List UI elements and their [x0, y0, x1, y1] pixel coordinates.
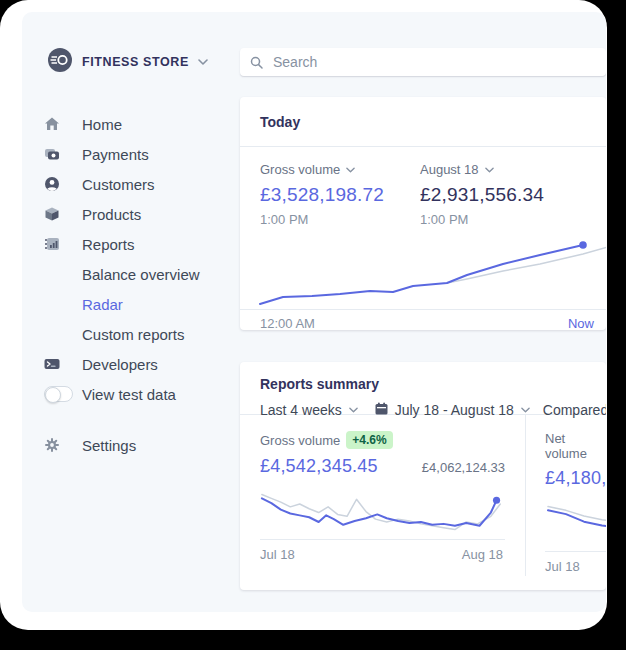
x-axis-start-label: Jul 18: [260, 547, 295, 562]
card-title: Today: [260, 114, 300, 130]
date-selector[interactable]: August 18: [420, 162, 580, 177]
metric-label: Gross volume: [260, 162, 340, 177]
payments-icon: [44, 146, 60, 162]
reports-summary-card: Reports summary Last 4 weeks July 18 - A…: [240, 362, 606, 590]
compare-date-metric: August 18 £2,931,556.34 1:00 PM: [420, 162, 580, 227]
section-label: Net volume: [545, 431, 606, 461]
search-input[interactable]: [271, 53, 606, 71]
search-bar[interactable]: [240, 48, 606, 76]
net-volume-chart: [545, 499, 606, 551]
view-test-data-toggle[interactable]: View test data: [44, 379, 240, 409]
sidebar-item-label: Products: [82, 206, 141, 223]
chevron-down-icon: [521, 407, 530, 413]
store-logo-icon: [48, 48, 72, 76]
sidebar-item-label: Developers: [82, 356, 158, 373]
metric-time: 1:00 PM: [260, 212, 420, 227]
gross-volume-metric: Gross volume £3,528,198.72 1:00 PM: [260, 162, 420, 227]
chevron-down-icon: [485, 167, 494, 173]
metric-value: £3,528,198.72: [260, 184, 420, 206]
toggle-label: View test data: [82, 386, 176, 403]
sidebar-item-label: Balance overview: [82, 266, 200, 283]
account-switcher[interactable]: FITNESS STORE: [48, 50, 240, 74]
home-icon: [44, 116, 60, 132]
reports-icon: [44, 236, 60, 252]
sidebar-item-balance-overview[interactable]: Balance overview: [44, 259, 240, 289]
search-icon: [250, 56, 263, 69]
sidebar-item-label: Custom reports: [82, 326, 185, 343]
gross-volume-section: Gross volume +4.6% £4,542,345.45 £4,062,…: [240, 415, 526, 576]
metric-label: August 18: [420, 162, 479, 177]
sidebar-item-label: Customers: [82, 176, 155, 193]
net-chart-svg: [545, 499, 606, 551]
sidebar-item-label: Payments: [82, 146, 149, 163]
section-compare-value: £4,062,124.33: [422, 460, 505, 475]
today-chart-svg: [240, 233, 606, 309]
sidebar-item-reports[interactable]: Reports: [44, 229, 240, 259]
gross-chart-svg: [260, 487, 506, 539]
x-axis-start-label: 12:00 AM: [260, 316, 315, 330]
x-axis-start-label: Jul 18: [545, 559, 580, 574]
sidebar-item-radar[interactable]: Radar: [44, 289, 240, 319]
sidebar-item-customers[interactable]: Customers: [44, 169, 240, 199]
card-title: Reports summary: [260, 376, 379, 392]
sidebar-item-products[interactable]: Products: [44, 199, 240, 229]
toggle-switch-icon[interactable]: [44, 386, 73, 402]
gear-icon: [44, 437, 60, 453]
chevron-down-icon: [198, 59, 208, 65]
sidebar-item-developers[interactable]: Developers: [44, 349, 240, 379]
metric-value: £2,931,556.34: [420, 184, 580, 206]
customers-icon: [44, 176, 60, 192]
growth-badge: +4.6%: [346, 431, 392, 449]
today-card-header: Today: [240, 97, 606, 147]
sidebar-item-settings[interactable]: Settings: [44, 430, 240, 460]
sidebar-item-payments[interactable]: Payments: [44, 139, 240, 169]
demo-page-background: FITNESS STORE Home Pa: [0, 0, 607, 630]
metric-selector[interactable]: Gross volume: [260, 162, 420, 177]
metric-time: 1:00 PM: [420, 212, 580, 227]
sidebar-item-custom-reports[interactable]: Custom reports: [44, 319, 240, 349]
sidebar: FITNESS STORE Home Pa: [44, 50, 240, 460]
store-name: FITNESS STORE: [82, 55, 189, 69]
products-icon: [44, 206, 60, 222]
dashboard-panel: FITNESS STORE Home Pa: [22, 12, 606, 612]
today-card: Today Gross volume £3,528,198.72 1:00 PM…: [240, 97, 606, 330]
sidebar-item-label: Reports: [82, 236, 135, 253]
chevron-down-icon: [349, 407, 358, 413]
sidebar-item-label: Settings: [82, 437, 136, 454]
section-value: £4,542,345.45: [260, 456, 378, 477]
sidebar-item-home[interactable]: Home: [44, 109, 240, 139]
sidebar-item-label: Home: [82, 116, 122, 133]
sidebar-item-label: Radar: [82, 296, 123, 313]
developers-icon: [44, 356, 60, 372]
x-axis-now-label[interactable]: Now: [568, 316, 594, 330]
section-label: Gross volume: [260, 433, 340, 448]
chevron-down-icon: [346, 167, 355, 173]
net-volume-section: Net volume £4,180,3 Jul 18: [526, 415, 606, 576]
section-value: £4,180,3: [545, 468, 606, 489]
x-axis-end-label: Aug 18: [462, 547, 503, 562]
today-chart: [240, 233, 606, 309]
gross-volume-chart: [260, 487, 505, 539]
reports-card-header: Reports summary Last 4 weeks July 18 - A…: [240, 362, 606, 415]
